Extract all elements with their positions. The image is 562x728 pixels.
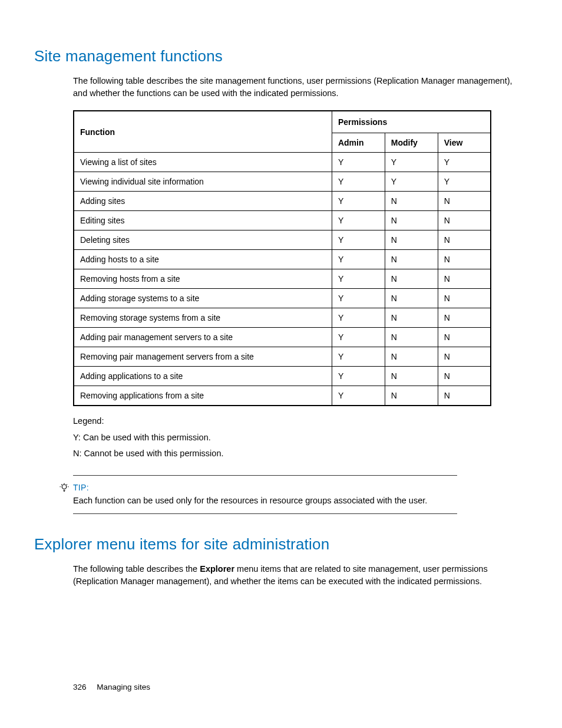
tip-text: Each function can be used only for the r… (73, 496, 457, 505)
cell-fn: Deleting sites (74, 230, 332, 250)
cell-admin: Y (332, 250, 385, 269)
legend-n: N: Cannot be used with this permission. (73, 446, 528, 462)
cell-admin: Y (332, 386, 385, 406)
cell-view: N (438, 308, 491, 328)
tip-block: TIP: Each function can be used only for … (73, 475, 457, 514)
cell-modify: Y (385, 153, 438, 172)
page-footer: 326 Managing sites (73, 683, 150, 691)
table-row: Adding hosts to a siteYNN (74, 250, 491, 269)
table-row: Removing applications from a siteYNN (74, 386, 491, 406)
table-row: Viewing individual site informationYYY (74, 172, 491, 192)
cell-fn: Removing storage systems from a site (74, 308, 332, 328)
section-heading-site-management: Site management functions (34, 47, 528, 65)
svg-point-0 (62, 485, 67, 489)
th-permissions: Permissions (332, 111, 491, 133)
cell-fn: Editing sites (74, 211, 332, 230)
cell-admin: Y (332, 172, 385, 192)
cell-modify: N (385, 347, 438, 367)
table-row: Removing storage systems from a siteYNN (74, 308, 491, 328)
cell-admin: Y (332, 269, 385, 289)
cell-modify: N (385, 308, 438, 328)
table-row: Editing sitesYNN (74, 211, 491, 230)
cell-modify: N (385, 328, 438, 347)
th-modify: Modify (385, 133, 438, 153)
th-view: View (438, 133, 491, 153)
cell-fn: Viewing a list of sites (74, 153, 332, 172)
cell-admin: Y (332, 289, 385, 308)
cell-fn: Adding pair management servers to a site (74, 328, 332, 347)
table-row: Adding pair management servers to a site… (74, 328, 491, 347)
cell-modify: N (385, 386, 438, 406)
cell-modify: N (385, 250, 438, 269)
page-number: 326 (73, 683, 87, 691)
cell-fn: Removing hosts from a site (74, 269, 332, 289)
section-intro-1: The following table describes the site m… (34, 75, 528, 100)
permissions-table: Function Permissions Admin Modify View V… (73, 110, 491, 406)
cell-fn: Removing applications from a site (74, 386, 332, 406)
cell-modify: N (385, 289, 438, 308)
lightbulb-icon (59, 483, 70, 493)
cell-admin: Y (332, 192, 385, 211)
svg-line-7 (67, 484, 67, 485)
cell-modify: N (385, 211, 438, 230)
table-row: Removing pair management servers from a … (74, 347, 491, 367)
cell-view: N (438, 386, 491, 406)
cell-fn: Adding storage systems to a site (74, 289, 332, 308)
cell-view: Y (438, 172, 491, 192)
intro2-pre: The following table describes the (73, 564, 200, 574)
cell-view: N (438, 250, 491, 269)
cell-modify: N (385, 367, 438, 386)
cell-admin: Y (332, 367, 385, 386)
cell-view: N (438, 347, 491, 367)
cell-view: N (438, 269, 491, 289)
cell-view: Y (438, 153, 491, 172)
legend-title: Legend: (73, 413, 528, 430)
table-row: Removing hosts from a siteYNN (74, 269, 491, 289)
tip-label: TIP: (73, 483, 457, 492)
cell-view: N (438, 192, 491, 211)
table-row: Adding applications to a siteYNN (74, 367, 491, 386)
legend-y: Y: Can be used with this permission. (73, 430, 528, 446)
cell-fn: Removing pair management servers from a … (74, 347, 332, 367)
section-intro-2: The following table describes the Explor… (34, 563, 528, 588)
cell-admin: Y (332, 328, 385, 347)
cell-admin: Y (332, 347, 385, 367)
cell-fn: Adding sites (74, 192, 332, 211)
cell-view: N (438, 367, 491, 386)
cell-modify: Y (385, 172, 438, 192)
cell-admin: Y (332, 308, 385, 328)
th-function: Function (74, 111, 332, 153)
legend-block: Legend: Y: Can be used with this permiss… (34, 413, 528, 462)
table-row: Viewing a list of sitesYYY (74, 153, 491, 172)
cell-view: N (438, 289, 491, 308)
cell-modify: N (385, 192, 438, 211)
th-admin: Admin (332, 133, 385, 153)
svg-line-6 (61, 484, 62, 485)
cell-modify: N (385, 230, 438, 250)
cell-modify: N (385, 269, 438, 289)
cell-view: N (438, 211, 491, 230)
cell-view: N (438, 328, 491, 347)
cell-fn: Viewing individual site information (74, 172, 332, 192)
cell-fn: Adding applications to a site (74, 367, 332, 386)
cell-view: N (438, 230, 491, 250)
cell-fn: Adding hosts to a site (74, 250, 332, 269)
cell-admin: Y (332, 230, 385, 250)
table-row: Adding sitesYNN (74, 192, 491, 211)
table-row: Adding storage systems to a siteYNN (74, 289, 491, 308)
cell-admin: Y (332, 211, 385, 230)
cell-admin: Y (332, 153, 385, 172)
table-row: Deleting sitesYNN (74, 230, 491, 250)
chapter-title: Managing sites (97, 683, 150, 691)
section-heading-explorer-menu: Explorer menu items for site administrat… (34, 535, 528, 554)
intro2-bold: Explorer (200, 564, 234, 574)
